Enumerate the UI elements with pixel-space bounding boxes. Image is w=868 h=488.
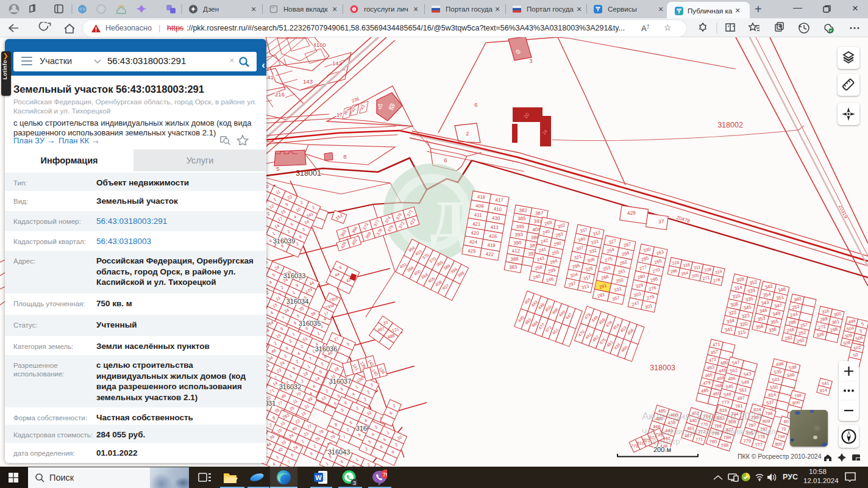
svg-text:318003: 318003 (650, 364, 675, 372)
svg-text:42: 42 (350, 107, 357, 113)
svg-text:142: 142 (332, 60, 342, 66)
svg-text:424: 424 (469, 239, 478, 245)
svg-text:316039: 316039 (273, 237, 296, 245)
svg-text:545: 545 (725, 383, 734, 389)
svg-text:421: 421 (472, 221, 481, 227)
svg-text:550: 550 (770, 384, 778, 391)
svg-text:429: 429 (627, 209, 636, 216)
svg-text:37: 37 (658, 218, 665, 225)
svg-text:390: 390 (513, 240, 522, 246)
svg-text:411: 411 (474, 212, 483, 218)
svg-text:800: 800 (792, 400, 800, 406)
svg-text:318002: 318002 (717, 121, 743, 129)
svg-text:5: 5 (276, 165, 279, 172)
svg-text:387: 387 (535, 210, 544, 216)
svg-text:43: 43 (360, 104, 366, 110)
svg-text:547: 547 (732, 359, 741, 365)
svg-text:496: 496 (728, 375, 736, 381)
svg-text:541: 541 (772, 376, 780, 383)
svg-text:425: 425 (468, 248, 476, 254)
svg-text:549: 549 (741, 379, 750, 385)
svg-text:385: 385 (518, 216, 526, 221)
svg-text:409: 409 (475, 203, 484, 209)
svg-text:W: W (315, 474, 322, 481)
svg-text:3: 3 (529, 57, 532, 64)
svg-text:316032: 316032 (279, 383, 302, 390)
svg-text:17: 17 (336, 112, 343, 118)
svg-text:418: 418 (477, 194, 486, 199)
svg-text:76: 76 (383, 471, 387, 478)
svg-text:773: 773 (721, 400, 730, 406)
svg-text:316043: 316043 (328, 448, 350, 456)
svg-text:543: 543 (743, 371, 752, 377)
svg-text:535: 535 (774, 368, 782, 375)
svg-text:8: 8 (343, 153, 346, 160)
svg-text:537: 537 (766, 400, 775, 406)
svg-text:2: 2 (466, 130, 469, 137)
svg-text:Д: Д (430, 191, 466, 248)
svg-text:200 м: 200 м (653, 446, 671, 453)
svg-text:546: 546 (786, 372, 795, 379)
svg-text:413: 413 (490, 224, 499, 230)
svg-text:799: 799 (794, 393, 802, 399)
svg-text:410: 410 (494, 206, 502, 212)
svg-text:551: 551 (739, 387, 747, 393)
svg-text:814: 814 (768, 392, 777, 398)
svg-text:316037: 316037 (329, 378, 352, 385)
svg-text:388: 388 (510, 256, 519, 262)
svg-text:6: 6 (444, 157, 447, 163)
svg-text:6: 6 (474, 101, 477, 108)
svg-text:419: 419 (487, 242, 496, 248)
svg-text:814: 814 (820, 387, 828, 393)
svg-text:7: 7 (379, 103, 382, 110)
svg-text:236: 236 (351, 96, 360, 104)
svg-text:498: 498 (775, 361, 784, 368)
svg-text:316035: 316035 (299, 320, 321, 327)
svg-text:426: 426 (489, 234, 497, 239)
svg-text:497: 497 (737, 395, 745, 401)
svg-text:383: 383 (509, 264, 518, 270)
svg-text:395: 395 (516, 224, 525, 229)
svg-text:420: 420 (471, 230, 479, 235)
svg-text:316033: 316033 (283, 272, 306, 279)
svg-text:4160: 4160 (313, 41, 326, 48)
svg-text:412: 412 (512, 248, 521, 254)
svg-text:382: 382 (519, 207, 527, 213)
svg-text:417: 417 (495, 198, 503, 203)
svg-text:552: 552 (730, 367, 738, 373)
svg-text:316034: 316034 (286, 298, 309, 305)
svg-text:393: 393 (514, 232, 523, 237)
svg-text:538: 538 (789, 364, 797, 371)
svg-text:430: 430 (492, 215, 500, 221)
svg-text:781: 781 (735, 403, 743, 409)
svg-text:216: 216 (275, 91, 285, 98)
svg-text:143: 143 (303, 78, 313, 85)
svg-text:422: 422 (486, 251, 494, 257)
svg-text:316036: 316036 (315, 345, 338, 353)
svg-text:541: 541 (822, 380, 830, 386)
svg-text:3: 3 (353, 479, 356, 486)
svg-text:548: 548 (724, 392, 732, 398)
